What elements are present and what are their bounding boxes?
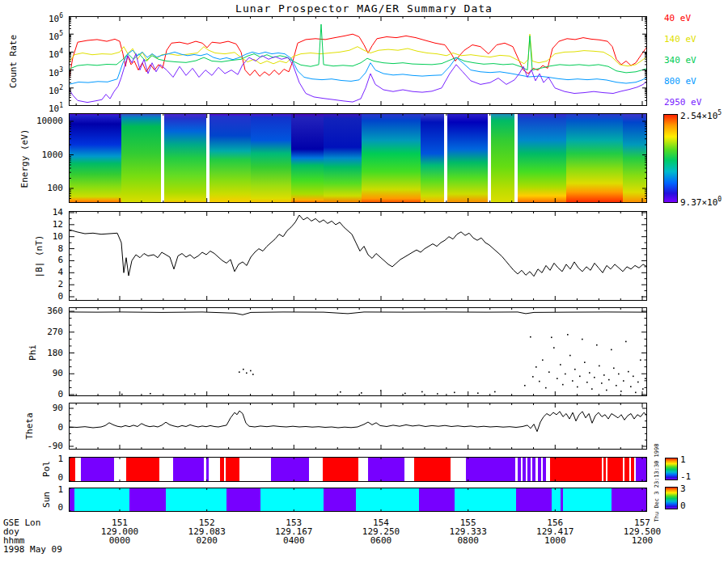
- colorbar-min-label: 9.37×100: [680, 196, 722, 208]
- phi-plot: [69, 307, 647, 396]
- bfield-ytick-6: 6: [26, 256, 63, 265]
- count-rate-plot: [69, 16, 647, 106]
- pol-ytick-0: 0: [26, 473, 63, 483]
- sun-overlay: [69, 488, 647, 512]
- bfield-ytick-12: 12: [26, 220, 63, 230]
- xaxis-hhmm-2: 0400: [283, 535, 305, 546]
- pol-strip: [69, 457, 647, 482]
- phi-ytick-90: 90: [26, 369, 63, 378]
- count-rate-ytick-10e2: 102: [26, 83, 63, 96]
- bfield-ytick-2: 2: [26, 280, 63, 289]
- legend-item-340-ev: 340 eV: [664, 55, 696, 65]
- phi-ytick-0: 0: [26, 390, 63, 399]
- count-rate-ytick-10e1: 101: [26, 101, 63, 114]
- bfield-ytick-14: 14: [26, 208, 63, 218]
- phi-ytick-360: 360: [26, 306, 63, 316]
- xaxis-hhmm-1: 0200: [196, 535, 218, 546]
- spectrogram-overlay: [69, 113, 647, 203]
- xaxis-hhmm-5: 1000: [544, 535, 566, 546]
- legend-item-2950-ev: 2950 eV: [664, 97, 701, 108]
- theta-ytick--90: -90: [26, 441, 63, 451]
- colorbar-max-label: 2.54×105: [680, 109, 722, 121]
- theta-panel: [69, 403, 647, 450]
- count-rate-ytick-10e4: 104: [26, 47, 63, 60]
- pol-ytick-1: 1: [26, 454, 63, 464]
- bfield-plot: [69, 211, 647, 301]
- phi-ytick-270: 270: [26, 327, 63, 337]
- phi-ytick-180: 180: [26, 348, 63, 358]
- energy-spectrogram-panel: [69, 113, 647, 203]
- bfield-ytick-10: 10: [26, 232, 63, 242]
- xaxis-hhmm-6: 1200: [632, 535, 654, 546]
- count-rate-ytick-10e6: 106: [26, 11, 63, 24]
- sun-strip: [69, 488, 647, 512]
- energy-ytick-10000: 10000: [26, 116, 63, 126]
- count-rate-ytick-10e5: 105: [26, 29, 63, 42]
- lunar-prospector-summary-figure: Lunar Prospector MAG/ER Summary Data Cou…: [0, 0, 728, 566]
- xaxis-hhmm-3: 0600: [370, 535, 392, 546]
- pol-overlay: [69, 457, 647, 482]
- sun-colorbar-max: 3: [680, 484, 686, 494]
- theta-plot: [69, 403, 647, 450]
- bfield-ytick-4: 4: [26, 268, 63, 277]
- count-rate-axis-title: Count Rate: [8, 35, 19, 88]
- count-rate-panel: [69, 16, 647, 106]
- xaxis-date: 1998 May 09: [3, 544, 62, 555]
- count-rate-ytick-10e3: 103: [26, 65, 63, 78]
- pol-colorbar-min: -1: [680, 471, 691, 482]
- pol-colorbar-max: 1: [680, 454, 686, 465]
- bfield-ytick-0: 0: [26, 292, 63, 302]
- theta-ytick-90: 90: [26, 403, 63, 413]
- legend-item-800-ev: 800 eV: [664, 76, 696, 87]
- spectrogram-colorbar: [663, 114, 678, 203]
- legend-item-40-ev: 40 eV: [664, 13, 691, 23]
- xaxis-hhmm-4: 0800: [457, 535, 479, 546]
- legend-item-140-ev: 140 eV: [664, 34, 696, 44]
- figure-title: Lunar Prospector MAG/ER Summary Data: [0, 2, 728, 15]
- phi-panel: [69, 307, 647, 396]
- xaxis-hhmm-0: 0000: [109, 535, 131, 546]
- plot-timestamp: Thu Dec 3 23:13:30 1998: [654, 444, 660, 522]
- sun-ytick-0: 0: [26, 503, 63, 513]
- pol-colorbar: [665, 458, 678, 480]
- theta-ytick-0: 0: [26, 423, 63, 433]
- bfield-panel: [69, 211, 647, 301]
- energy-ytick-100: 100: [26, 184, 63, 193]
- sun-ytick-1: 1: [26, 485, 63, 495]
- bfield-ytick-8: 8: [26, 244, 63, 254]
- energy-ytick-1000: 1000: [26, 150, 63, 160]
- sun-colorbar: [665, 487, 678, 509]
- sun-colorbar-min: 0: [680, 501, 686, 511]
